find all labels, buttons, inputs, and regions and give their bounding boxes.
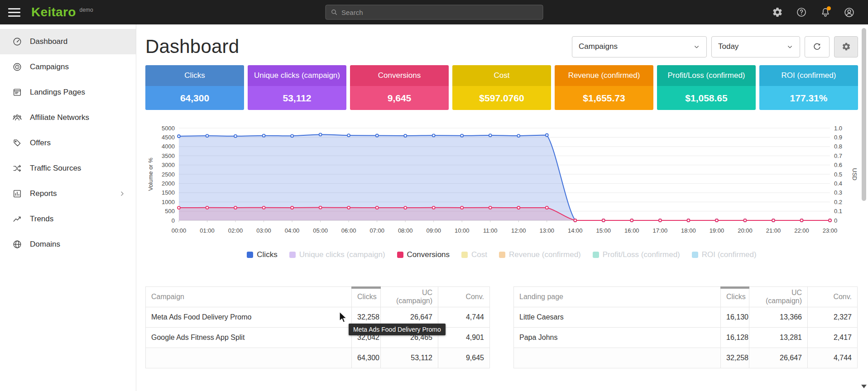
- sidebar-item-traffic-sources[interactable]: Traffic Sources: [0, 156, 136, 181]
- landing-pages-cell[interactable]: Papa Johns: [514, 328, 721, 348]
- refresh-button[interactable]: [805, 36, 830, 57]
- svg-text:4500: 4500: [162, 134, 175, 141]
- svg-text:1.0: 1.0: [834, 125, 842, 132]
- landing-pages-cell: 2,417: [808, 328, 858, 348]
- svg-text:0.7: 0.7: [834, 153, 842, 159]
- svg-text:02:00: 02:00: [228, 227, 243, 234]
- svg-text:06:00: 06:00: [341, 227, 356, 234]
- svg-text:3000: 3000: [162, 162, 175, 168]
- legend-swatch-icon: [461, 252, 468, 258]
- campaigns-header-clicks[interactable]: Clicks: [352, 287, 381, 307]
- landing-pages-total-cell: 32,258: [721, 348, 749, 368]
- svg-text:13:00: 13:00: [540, 227, 555, 234]
- landing-pages-header-conv[interactable]: Conv.: [808, 287, 858, 307]
- metric-card-revenue-confirmed[interactable]: Revenue (confirmed)$1,655.73: [555, 65, 653, 110]
- landing-pages-total-cell: 26,647: [749, 348, 808, 368]
- landing-pages-row-0[interactable]: Little Caesars16,13013,3662,327: [514, 307, 858, 328]
- sidebar-item-landings-pages[interactable]: Landings Pages: [0, 80, 136, 105]
- legend-item-roi-confirmed[interactable]: ROI (confirmed): [692, 250, 757, 259]
- scroll-down-arrow-icon[interactable]: [861, 385, 867, 388]
- landing-pages-header-clicks[interactable]: Clicks: [721, 287, 749, 307]
- line-chart-svg: 005000.110000.215000.320000.425000.53000…: [145, 124, 858, 237]
- sidebar-item-dashboard[interactable]: Dashboard: [0, 29, 136, 54]
- campaigns-header-uc-campaign[interactable]: UC (campaign): [381, 287, 438, 307]
- main-content: Dashboard Campaigns Today: [136, 24, 868, 391]
- sidebar-item-domains[interactable]: Domains: [0, 232, 136, 257]
- speedometer-icon: [12, 37, 23, 47]
- campaigns-cell: 4,901: [438, 328, 490, 348]
- date-range-select[interactable]: Today: [711, 36, 800, 57]
- campaigns-total-cell: 53,112: [381, 348, 438, 368]
- legend-label: Cost: [471, 250, 487, 259]
- landing-pages-row-1[interactable]: Papa Johns16,12813,2812,417: [514, 328, 858, 348]
- svg-text:Volume or %: Volume or %: [147, 157, 154, 191]
- campaigns-filter-value: Campaigns: [579, 42, 618, 51]
- campaigns-cell: 4,744: [438, 307, 490, 328]
- legend-item-revenue-confirmed[interactable]: Revenue (confirmed): [499, 250, 581, 259]
- landing-pages-header-uc-campaign[interactable]: UC (campaign): [749, 287, 808, 307]
- legend-item-unique-clicks-campaign[interactable]: Unique clicks (campaign): [289, 250, 385, 259]
- metric-card-unique-clicks-campaign[interactable]: Unique clicks (campaign)53,112: [248, 65, 346, 110]
- svg-text:23:00: 23:00: [823, 227, 838, 234]
- metric-label: Revenue (confirmed): [555, 65, 653, 86]
- metric-card-roi-confirmed[interactable]: ROI (confirmed)177.31%: [759, 65, 858, 110]
- metric-card-conversions[interactable]: Conversions9,645: [350, 65, 449, 110]
- legend-item-clicks[interactable]: Clicks: [247, 250, 277, 259]
- svg-text:17:00: 17:00: [653, 227, 668, 234]
- legend-item-profit-loss-confirmed[interactable]: Profit/Loss (confirmed): [593, 250, 680, 259]
- logo-wrap: Keitaro demo: [31, 6, 93, 19]
- notifications-bell-icon[interactable]: [819, 6, 831, 19]
- sidebar-item-trends[interactable]: Trends: [0, 206, 136, 232]
- summary-tables: CampaignClicksUC (campaign)Conv.Meta Ads…: [145, 286, 858, 368]
- svg-text:2500: 2500: [162, 171, 175, 178]
- user-account-icon[interactable]: [843, 6, 855, 19]
- settings-gear-icon[interactable]: [771, 6, 783, 19]
- landing-pages-cell: 13,281: [749, 328, 808, 348]
- svg-text:15:00: 15:00: [596, 227, 611, 234]
- metric-card-cost[interactable]: Cost$597.0760: [452, 65, 551, 110]
- sidebar-item-label: Trends: [30, 215, 53, 224]
- landing-pages-cell[interactable]: Little Caesars: [514, 307, 721, 328]
- metric-label: Conversions: [350, 65, 449, 86]
- notification-dot: [827, 6, 831, 10]
- svg-text:14:00: 14:00: [568, 227, 583, 234]
- chevron-down-icon: [786, 43, 793, 50]
- sidebar-item-label: Reports: [30, 189, 57, 198]
- sidebar-item-label: Offers: [30, 138, 51, 148]
- sidebar-item-campaigns[interactable]: Campaigns: [0, 54, 136, 80]
- campaigns-cell[interactable]: Google Ads Fitness App Split: [146, 328, 352, 348]
- search-input[interactable]: [341, 9, 538, 16]
- legend-item-conversions[interactable]: Conversions: [397, 250, 450, 259]
- campaigns-filter-select[interactable]: Campaigns: [572, 36, 707, 57]
- scrollbar[interactable]: [860, 24, 868, 391]
- landing-pages-cell: 13,366: [749, 307, 808, 328]
- legend-item-cost[interactable]: Cost: [461, 250, 487, 259]
- globe-icon: [12, 239, 23, 249]
- svg-text:USD: USD: [851, 168, 858, 180]
- svg-text:04:00: 04:00: [285, 227, 300, 234]
- keitaro-logo[interactable]: Keitaro: [31, 6, 76, 19]
- sidebar-item-reports[interactable]: Reports: [0, 181, 136, 206]
- landing-pages-cell: 16,128: [721, 328, 749, 348]
- metric-card-profit-loss-confirmed[interactable]: Profit/Loss (confirmed)$1,058.65: [657, 65, 756, 110]
- legend-label: ROI (confirmed): [702, 250, 757, 259]
- svg-text:12:00: 12:00: [511, 227, 526, 234]
- dashboard-settings-button[interactable]: [834, 36, 858, 57]
- chart-legend: ClicksUnique clicks (campaign)Conversion…: [145, 250, 858, 259]
- row-tooltip: Meta Ads Food Delivery Promo: [349, 324, 446, 335]
- metric-card-clicks[interactable]: Clicks64,300: [145, 65, 244, 110]
- legend-swatch-icon: [289, 252, 296, 258]
- hamburger-menu-icon[interactable]: [8, 8, 20, 17]
- landing-pages-header-landing-page[interactable]: Landing page: [514, 287, 721, 307]
- chevron-down-icon: [693, 43, 700, 50]
- svg-text:5000: 5000: [162, 125, 175, 132]
- help-icon[interactable]: [795, 6, 807, 19]
- scrollbar-thumb[interactable]: [862, 28, 866, 201]
- campaigns-header-conv[interactable]: Conv.: [438, 287, 490, 307]
- campaigns-cell[interactable]: Meta Ads Food Delivery Promo: [146, 307, 352, 328]
- svg-text:07:00: 07:00: [369, 227, 384, 234]
- sidebar-item-offers[interactable]: Offers: [0, 130, 136, 156]
- svg-text:20:00: 20:00: [738, 227, 753, 234]
- campaigns-header-campaign[interactable]: Campaign: [146, 287, 352, 307]
- sidebar-item-affiliate-networks[interactable]: Affiliate Networks: [0, 105, 136, 130]
